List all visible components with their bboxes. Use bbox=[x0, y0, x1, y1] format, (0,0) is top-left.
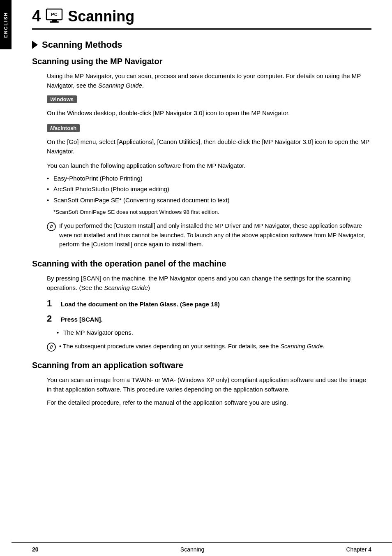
windows-badge: Windows bbox=[47, 95, 77, 103]
svg-rect-2 bbox=[50, 21, 59, 23]
chapter-header: 4 PC Scanning bbox=[32, 0, 371, 30]
list-item: Easy-PhotoPrint (Photo Printing) bbox=[47, 174, 371, 183]
step1-number: 1 bbox=[47, 298, 57, 309]
arrow-icon bbox=[32, 41, 38, 49]
svg-point-6 bbox=[47, 343, 55, 351]
subsection3-text2: For the detailed procedure, refer to the… bbox=[47, 398, 371, 407]
svg-point-4 bbox=[47, 222, 55, 231]
subsection-app-software: Scanning from an application software Yo… bbox=[32, 361, 371, 407]
chapter-number: 4 bbox=[32, 7, 41, 25]
note-text-2: • The subsequent procedure varies depend… bbox=[59, 342, 325, 351]
launch-text: You can launch the following application… bbox=[47, 161, 371, 170]
step2-text: Press [SCAN]. bbox=[61, 315, 103, 324]
page-footer: 20 Scanning Chapter 4 bbox=[12, 542, 392, 556]
mac-badge: Macintosh bbox=[47, 124, 80, 132]
subsection1-content: Using the MP Navigator, you can scan, pr… bbox=[32, 71, 371, 253]
note-text-1: If you performed the [Custom Install] an… bbox=[59, 221, 371, 249]
note-block-2: • The subsequent procedure varies depend… bbox=[47, 342, 371, 354]
subsection2-heading: Scanning with the operation panel of the… bbox=[32, 259, 371, 269]
list-item: ArcSoft PhotoStudio (Photo image editing… bbox=[47, 185, 371, 194]
software-bullet-list: Easy-PhotoPrint (Photo Printing) ArcSoft… bbox=[47, 174, 371, 205]
svg-rect-1 bbox=[52, 20, 57, 21]
bullet-note: *ScanSoft OmniPage SE does not support W… bbox=[47, 208, 371, 216]
chapter-title: Scanning bbox=[68, 8, 134, 25]
subsection2-intro: By pressing [SCAN] on the machine, the M… bbox=[47, 273, 371, 293]
subsection3-text1: You can scan an image from a TWAIN- or W… bbox=[47, 375, 371, 394]
list-item: ScanSoft OmniPage SE* (Converting scanne… bbox=[47, 196, 371, 205]
section-heading-text: Scanning Methods bbox=[42, 39, 122, 50]
subsection1-heading: Scanning using the MP Navigator bbox=[32, 57, 371, 66]
windows-text: On the Windows desktop, double-click [MP… bbox=[47, 108, 371, 118]
step-2: 2 Press [SCAN]. bbox=[47, 313, 371, 324]
subsection2-content: By pressing [SCAN] on the machine, the M… bbox=[32, 273, 371, 354]
footer-center-text: Scanning bbox=[180, 546, 204, 553]
section-heading-scanning-methods: Scanning Methods bbox=[32, 39, 371, 50]
mac-text: On the [Go] menu, select [Applications],… bbox=[47, 137, 371, 156]
svg-text:PC: PC bbox=[51, 12, 58, 17]
main-content: 4 PC Scanning Scanning Methods Scanning … bbox=[12, 0, 392, 438]
list-item: The MP Navigator opens. bbox=[57, 328, 371, 338]
pencil-icon bbox=[47, 222, 56, 231]
mac-badge-block: Macintosh bbox=[47, 123, 371, 134]
step1-text: Load the document on the Platen Glass. (… bbox=[61, 300, 220, 309]
step-1: 1 Load the document on the Platen Glass.… bbox=[47, 298, 371, 309]
subsection3-heading: Scanning from an application software bbox=[32, 361, 371, 370]
subsection-operation-panel: Scanning with the operation panel of the… bbox=[32, 259, 371, 354]
subsection1-intro-para: Using the MP Navigator, you can scan, pr… bbox=[47, 71, 371, 90]
footer-chapter-text: Chapter 4 bbox=[346, 546, 371, 553]
step2-bullets: The MP Navigator opens. bbox=[57, 328, 371, 338]
side-tab: ENGLISH bbox=[0, 0, 12, 49]
pencil-icon-2 bbox=[47, 343, 56, 352]
pc-icon: PC bbox=[46, 8, 63, 24]
note-block-1: If you performed the [Custom Install] an… bbox=[47, 221, 371, 252]
side-tab-label: ENGLISH bbox=[3, 12, 8, 38]
footer-page-number: 20 bbox=[32, 546, 39, 553]
subsection3-content: You can scan an image from a TWAIN- or W… bbox=[32, 375, 371, 407]
step2-number: 2 bbox=[47, 313, 57, 324]
windows-badge-block: Windows bbox=[47, 94, 371, 106]
subsection-mp-navigator: Scanning using the MP Navigator Using th… bbox=[32, 57, 371, 253]
